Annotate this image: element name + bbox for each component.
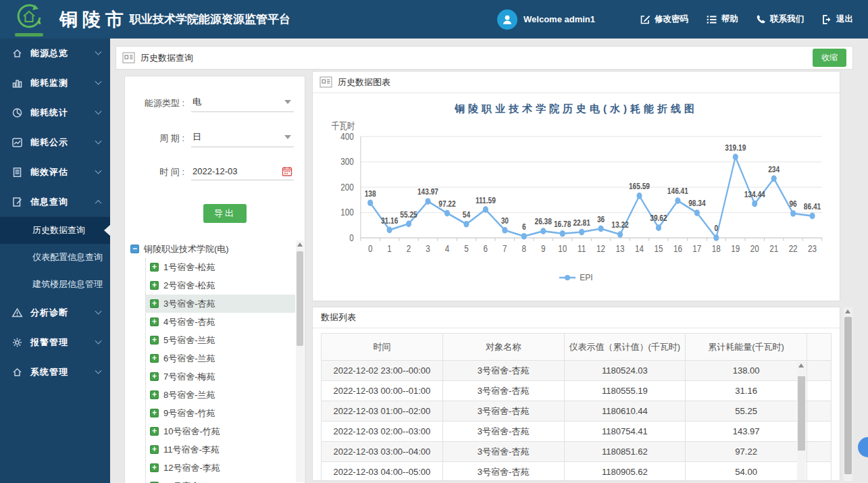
tree-node[interactable]: + 3号宿舍-杏苑 [146, 295, 295, 313]
panel-scroll-thumb[interactable] [844, 317, 852, 474]
top-action-3[interactable]: 退出 [821, 14, 853, 25]
svg-text:6: 6 [522, 222, 526, 231]
field-label: 能源类型 : [136, 97, 184, 109]
expand-node-icon[interactable]: + [150, 263, 159, 272]
scroll-up-icon[interactable] [845, 309, 850, 313]
column-header[interactable]: 时间 [322, 334, 443, 361]
field-value: 电 [193, 96, 284, 108]
home-icon [11, 48, 24, 59]
column-header[interactable]: 累计耗能量(千瓦时) [686, 334, 807, 361]
user-avatar[interactable] [497, 9, 517, 30]
scroll-up-icon[interactable] [297, 243, 303, 247]
scroll-up-icon[interactable] [798, 363, 804, 367]
tree-node-label: 12号宿舍-李苑 [163, 462, 220, 474]
top-action-label: 修改密码 [655, 14, 688, 25]
data-table: 时间对象名称仪表示值（累计值）(千瓦时)累计耗能量(千瓦时) 2022-12-0… [321, 333, 832, 481]
tree-node[interactable]: + 11号宿舍-李苑 [146, 440, 295, 459]
top-action-0[interactable]: 修改密码 [640, 14, 688, 25]
table-scroll-thumb[interactable] [798, 376, 805, 451]
table-row[interactable]: 2022-12-02 23:00--00:003号宿舍-杏苑1180524.03… [322, 361, 832, 381]
expand-node-icon[interactable]: + [150, 463, 159, 472]
tree-node-label: 6号宿舍-兰苑 [163, 353, 215, 365]
calendar-icon[interactable] [282, 166, 292, 176]
sidebar-item-3[interactable]: 能耗公示 [0, 128, 110, 157]
brand-title: 职业技术学院能源资源监管平台 [130, 11, 290, 27]
sidebar-item-5[interactable]: 信息查询 [0, 187, 110, 217]
expand-node-icon[interactable]: + [150, 409, 159, 417]
sidebar-item-8[interactable]: 系统管理 [0, 357, 110, 387]
svg-text:200: 200 [340, 182, 353, 193]
page-title: 历史数据查询 [141, 52, 193, 64]
tree-node[interactable]: + 12号宿舍-李苑 [146, 459, 295, 477]
topbar-actions: Welcome admin1 修改密码 帮助 联系我们 退出 [497, 9, 868, 30]
sidebar-subitem[interactable]: 仪表配置信息查询 [0, 244, 110, 271]
svg-text:16.78: 16.78 [554, 220, 571, 228]
column-header[interactable]: 仪表示值（累计值）(千瓦时) [564, 334, 686, 361]
svg-text:55.25: 55.25 [400, 210, 417, 219]
collapse-button[interactable]: 收缩 [813, 49, 846, 67]
top-action-2[interactable]: 联系我们 [756, 14, 804, 25]
tree-node[interactable]: + 5号宿舍-兰苑 [146, 331, 295, 349]
column-header[interactable]: 对象名称 [442, 334, 564, 361]
tree-node[interactable]: + 9号宿舍-竹苑 [146, 404, 295, 422]
table-cell-empty [807, 361, 832, 381]
tree-node[interactable]: + 13号宿舍 [146, 477, 295, 483]
top-action-1[interactable]: 帮助 [706, 14, 738, 25]
expand-node-icon[interactable]: + [150, 372, 159, 381]
tree-scroll-thumb[interactable] [297, 251, 303, 346]
expand-node-icon[interactable]: + [150, 354, 159, 363]
chevron-down-icon [95, 337, 102, 344]
sidebar-item-0[interactable]: 能源总览 [0, 39, 110, 68]
form-row-1: 周 期 : 日 [136, 129, 294, 147]
select-field[interactable]: 日 [191, 129, 294, 147]
svg-text:0: 0 [368, 243, 372, 254]
collapse-node-icon[interactable]: − [130, 245, 139, 253]
tree-node[interactable]: + 7号宿舍-梅苑 [146, 367, 295, 386]
tree-root-label: 铜陵职业技术学院(电) [144, 243, 229, 255]
field-value: 2022-12-03 [193, 166, 282, 176]
expand-node-icon[interactable]: + [150, 427, 159, 436]
expand-node-icon[interactable]: + [150, 299, 159, 308]
table-scrollbar[interactable] [797, 361, 806, 481]
svg-text:300: 300 [340, 156, 353, 167]
building-tree: − 铜陵职业技术学院(电) + 1号宿舍-松苑+ 2号宿舍-松苑+ 3号宿舍-杏… [130, 240, 295, 483]
table-cell: 2022-12-03 03:00--04:00 [322, 442, 443, 462]
tree-node[interactable]: + 4号宿舍-杏苑 [146, 313, 295, 331]
home-icon [11, 367, 24, 378]
expand-node-icon[interactable]: + [150, 336, 159, 345]
table-row[interactable]: 2022-12-03 04:00--05:003号宿舍-杏苑1180905.62… [322, 462, 832, 482]
expand-node-icon[interactable]: + [150, 317, 159, 326]
expand-node-icon[interactable]: + [150, 281, 159, 290]
table-row[interactable]: 2022-12-03 01:00--02:003号宿舍-杏苑1180610.44… [322, 401, 832, 422]
chart-legend[interactable]: EPI [322, 273, 830, 282]
table-cell: 1180610.44 [564, 401, 686, 422]
sidebar-item-6[interactable]: 分析诊断 [0, 298, 110, 328]
sidebar-item-7[interactable]: 报警管理 [0, 328, 110, 357]
panel-scrollbar[interactable] [844, 307, 852, 481]
tree-children: + 1号宿舍-松苑+ 2号宿舍-松苑+ 3号宿舍-杏苑+ 4号宿舍-杏苑+ 5号… [145, 258, 295, 483]
sidebar-subitem[interactable]: 历史数据查询 [0, 217, 110, 244]
select-field[interactable]: 电 [191, 94, 294, 112]
table-row[interactable]: 2022-12-03 00:00--01:003号宿舍-杏苑1180555.19… [322, 381, 832, 401]
field-value: 日 [193, 131, 284, 143]
svg-text:20: 20 [750, 243, 759, 254]
tree-node[interactable]: + 8号宿舍-兰苑 [146, 386, 295, 404]
table-cell: 97.22 [686, 442, 807, 462]
tree-node[interactable]: + 6号宿舍-兰苑 [146, 349, 295, 367]
tree-root[interactable]: − 铜陵职业技术学院(电) [130, 240, 295, 258]
tree-scrollbar[interactable] [296, 240, 304, 482]
tree-node[interactable]: + 1号宿舍-松苑 [146, 258, 295, 276]
date-field[interactable]: 2022-12-03 [191, 164, 294, 180]
sidebar-subitem[interactable]: 建筑楼层信息管理 [0, 271, 110, 298]
table-row[interactable]: 2022-12-03 02:00--03:003号宿舍-杏苑1180754.41… [322, 422, 832, 442]
table-row[interactable]: 2022-12-03 03:00--04:003号宿舍-杏苑1180851.62… [322, 442, 832, 462]
tree-node[interactable]: + 10号宿舍-竹苑 [146, 422, 295, 440]
export-button[interactable]: 导出 [203, 204, 247, 223]
sidebar-item-4[interactable]: 能效评估 [0, 157, 110, 187]
expand-node-icon[interactable]: + [150, 445, 159, 454]
sidebar-item-2[interactable]: 能耗统计 [0, 98, 110, 128]
tree-node[interactable]: + 2号宿舍-松苑 [146, 276, 295, 295]
expand-node-icon[interactable]: + [150, 390, 159, 399]
data-list-panel: 数据列表 时间对象名称仪表示值（累计值）(千瓦时)累计耗能量(千瓦时) 2022… [312, 307, 840, 481]
sidebar-item-1[interactable]: 能耗监测 [0, 68, 110, 98]
